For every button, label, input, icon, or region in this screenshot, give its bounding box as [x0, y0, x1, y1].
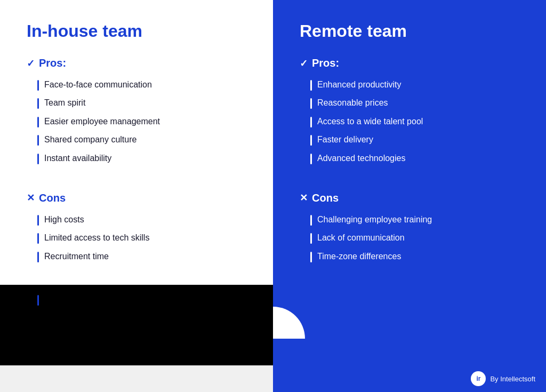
left-pros-heading: ✓ Pros: [27, 57, 246, 69]
bar-icon [37, 80, 39, 91]
left-cons-list: High costs Limited access to tech skills… [27, 214, 246, 262]
item-text: Reasonable prices [317, 97, 388, 109]
list-item: Limited access to tech skills [37, 232, 246, 244]
bar-icon [37, 154, 39, 164]
list-item: Enhanced productivity [310, 79, 519, 91]
list-item: High costs [37, 214, 246, 226]
bar-icon [310, 135, 312, 146]
right-cons-list: Challenging employee training Lack of co… [300, 214, 519, 262]
item-text: Shared company culture [44, 134, 136, 146]
item-text: Advanced technologies [317, 153, 405, 164]
item-text: Team spirit [44, 97, 85, 109]
item-text: Challenging employee training [317, 214, 432, 226]
list-item: Lack of communication [310, 232, 519, 244]
right-panel: Remote team ✓ Pros: Enhanced productivit… [273, 0, 546, 365]
right-cons-heading: ✕ Cons [300, 192, 519, 204]
logo-area: ir By Intellectsoft [471, 371, 535, 386]
item-text: Access to a wide talent pool [317, 116, 423, 127]
left-pros-list: Face-to-face communication Team spirit E… [27, 79, 246, 164]
logo-text: ir [476, 375, 480, 382]
main-container: In-house team ✓ Pros: Face-to-face commu… [0, 0, 546, 365]
footer-right: ir By Intellectsoft [273, 365, 546, 392]
intellectsoft-logo: ir [471, 371, 486, 386]
item-text: Recruitment time [44, 251, 109, 262]
list-item: Reasonable prices [310, 97, 519, 109]
left-panel: In-house team ✓ Pros: Face-to-face commu… [0, 0, 273, 365]
decorative-curve [273, 307, 305, 339]
list-item: Time-zone differences [310, 251, 519, 262]
footer: ir By Intellectsoft [0, 365, 546, 392]
right-cons-label: Cons [312, 192, 339, 204]
list-item: Challenging employee training [310, 214, 519, 226]
bar-icon [37, 98, 39, 109]
left-cons-section: ✕ Cons High costs Limited access to tech… [27, 192, 246, 269]
bar-icon [310, 117, 312, 127]
left-pros-section: ✓ Pros: Face-to-face communication Team … [27, 57, 246, 171]
right-pros-section: ✓ Pros: Enhanced productivity Reasonable… [300, 57, 519, 171]
list-item: Team spirit [37, 97, 246, 109]
item-text: High costs [44, 214, 84, 226]
right-cons-section: ✕ Cons Challenging employee training Lac… [300, 192, 519, 269]
bar-icon [37, 252, 39, 262]
bar-icon [37, 295, 39, 306]
bar-icon [310, 98, 312, 109]
bar-icon [310, 233, 312, 244]
list-item: Advanced technologies [310, 153, 519, 164]
left-cons-label: Cons [39, 192, 66, 204]
right-pros-label: Pros: [312, 57, 339, 69]
left-pros-label: Pros: [39, 57, 66, 69]
item-text: Time-zone differences [317, 251, 401, 262]
left-cons-heading: ✕ Cons [27, 192, 246, 204]
right-pros-icon: ✓ [300, 58, 308, 69]
right-cons-icon: ✕ [300, 192, 308, 204]
bar-icon [37, 233, 39, 244]
left-pros-icon: ✓ [27, 58, 35, 69]
item-text: Limited access to tech skills [44, 232, 149, 244]
bar-icon [310, 80, 312, 91]
list-item: Faster delivery [310, 134, 519, 146]
footer-left [0, 365, 273, 392]
left-cons-icon: ✕ [27, 192, 35, 204]
right-pros-list: Enhanced productivity Reasonable prices … [300, 79, 519, 164]
bar-icon [37, 117, 39, 127]
list-item: Recruitment time [37, 251, 246, 262]
brand-name: By Intellectsoft [490, 375, 535, 383]
right-pros-heading: ✓ Pros: [300, 57, 519, 69]
item-text: Face-to-face communication [44, 79, 152, 91]
item-text: Faster delivery [317, 134, 373, 146]
bar-icon [310, 154, 312, 164]
right-title: Remote team [300, 21, 519, 41]
list-item: Shared company culture [37, 134, 246, 146]
item-text: Instant availability [44, 153, 111, 164]
item-text: Easier employee management [44, 116, 160, 127]
bar-icon [37, 135, 39, 146]
item-text: Enhanced productivity [317, 79, 401, 91]
item-text: Lack of communication [317, 232, 405, 244]
left-title: In-house team [27, 21, 246, 41]
list-item: Access to a wide talent pool [310, 116, 519, 127]
list-item: Face-to-face communication [37, 79, 246, 91]
list-item: Easier employee management [37, 116, 246, 127]
left-black-section [0, 285, 273, 365]
bar-icon [37, 215, 39, 226]
bar-icon [310, 215, 312, 226]
bar-icon [310, 252, 312, 262]
list-item: Instant availability [37, 153, 246, 164]
